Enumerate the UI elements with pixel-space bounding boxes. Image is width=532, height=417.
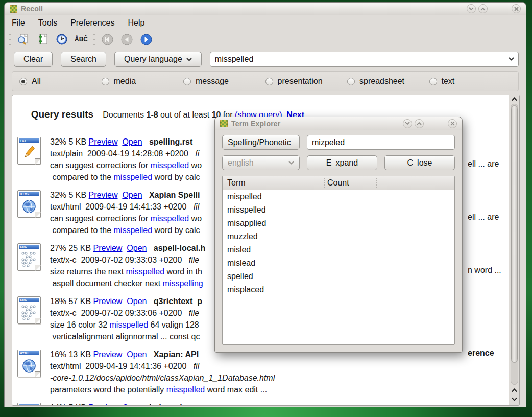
- filter-label: message: [196, 77, 229, 86]
- radio-presentation[interactable]: [265, 78, 273, 85]
- open-link[interactable]: Open: [127, 297, 147, 306]
- term-input[interactable]: [307, 135, 455, 150]
- results-scrollbar[interactable]: [509, 95, 519, 405]
- doc-icon-fold: [35, 372, 41, 377]
- term-list-item[interactable]: misspelled: [223, 203, 454, 217]
- radio-media[interactable]: [102, 78, 109, 85]
- menu-help[interactable]: Help: [128, 18, 144, 28]
- scroll-up-icon-bottom[interactable]: [512, 386, 517, 395]
- toolbar-handle[interactable]: [9, 33, 11, 45]
- results-title: Query results: [31, 109, 94, 120]
- count-column-header[interactable]: Count: [327, 178, 349, 188]
- close-button[interactable]: [512, 4, 521, 13]
- expansion-mode-select[interactable]: Spelling/Phonetic: [222, 135, 300, 150]
- radio-text[interactable]: [429, 78, 437, 85]
- open-link[interactable]: Open: [122, 137, 142, 146]
- preview-link[interactable]: Preview: [93, 350, 123, 359]
- doc-icon-fold: [35, 318, 41, 324]
- arrow-first-icon: [102, 34, 113, 45]
- preview-link[interactable]: Preview: [89, 137, 118, 146]
- doc-icon-fold: [35, 265, 41, 271]
- clear-button[interactable]: Clear: [14, 52, 53, 67]
- open-link[interactable]: Open: [127, 244, 147, 252]
- filter-presentation[interactable]: presentation: [265, 77, 348, 86]
- scroll-up-icon[interactable]: [509, 95, 519, 103]
- result-line: 14% 5 KB Preview Open indexer.h: [50, 402, 519, 406]
- toolbar: ÅBĈ: [5, 30, 526, 49]
- term-list-item[interactable]: misapplied: [223, 217, 454, 230]
- document-refresh-icon: [36, 33, 49, 45]
- filter-media[interactable]: media: [102, 77, 184, 86]
- dialog-close-action-button[interactable]: Close: [384, 155, 455, 170]
- result-text-fragment: ell ... are: [468, 159, 499, 169]
- first-page-button[interactable]: [100, 32, 115, 47]
- dialog-minimize-button[interactable]: [403, 119, 412, 128]
- menu-tools[interactable]: Tools: [38, 18, 57, 28]
- term-list-item[interactable]: muzzled: [223, 230, 454, 243]
- term-list-item[interactable]: misled: [223, 243, 454, 257]
- radio-spreadsheet[interactable]: [347, 78, 355, 85]
- column-separator[interactable]: [376, 178, 377, 188]
- next-page-button[interactable]: [138, 32, 154, 47]
- recoll-app-icon: [10, 5, 17, 13]
- scrollbar-thumb[interactable]: [511, 105, 518, 363]
- toolbar-separator: [93, 33, 95, 45]
- menu-file[interactable]: File: [12, 18, 25, 28]
- filter-message[interactable]: message: [183, 77, 265, 86]
- minimize-button[interactable]: [467, 4, 476, 13]
- doc-icon-txt: TXT: [17, 137, 41, 165]
- filter-label: spreadsheet: [359, 77, 404, 86]
- preview-link[interactable]: Preview: [89, 403, 118, 406]
- doc-icon-type-bar: HTML: [19, 192, 39, 196]
- open-link[interactable]: Open: [127, 350, 147, 359]
- menu-preferences[interactable]: Preferences: [70, 18, 114, 28]
- term-list-header: Term Count: [223, 176, 454, 190]
- result-row: HTML16% 13 KB Preview Open Xapian: APIte…: [12, 346, 519, 400]
- result-text-fragment: ell ... are: [468, 213, 499, 222]
- sort-by-date-button[interactable]: [54, 32, 69, 47]
- preview-link[interactable]: Preview: [89, 191, 118, 199]
- radio-all[interactable]: [19, 78, 27, 85]
- update-index-button[interactable]: [35, 32, 50, 47]
- term-list-item[interactable]: spelled: [223, 270, 454, 283]
- scrollbar-track[interactable]: [511, 104, 518, 385]
- filter-spreadsheet[interactable]: spreadsheet: [347, 77, 429, 86]
- term-cell: spelled: [227, 270, 253, 283]
- term-list-item[interactable]: mislead: [223, 257, 454, 270]
- doc-icon-fold: [35, 212, 41, 218]
- main-titlebar[interactable]: Recoll: [5, 3, 526, 15]
- preview-link[interactable]: Preview: [93, 297, 123, 306]
- term-column-header[interactable]: Term: [223, 178, 246, 188]
- expand-button[interactable]: Expand: [307, 155, 377, 170]
- dialog-titlebar[interactable]: Term Explorer: [215, 117, 462, 130]
- arrow-right-icon: [140, 34, 152, 45]
- maximize-button[interactable]: [478, 4, 488, 13]
- result-line: parameters word the potentially misspell…: [50, 384, 519, 396]
- category-filter-row: Allmediamessagepresentationspreadsheette…: [12, 71, 519, 91]
- search-combo: [210, 52, 519, 67]
- dialog-maximize-button[interactable]: [415, 119, 424, 128]
- doc-icon-html: HTML: [17, 350, 41, 377]
- radio-message[interactable]: [183, 78, 191, 85]
- search-input[interactable]: [210, 52, 519, 67]
- menubar: FileToolsPreferencesHelp: [5, 15, 526, 30]
- term-list-item[interactable]: mispelled: [223, 190, 454, 203]
- term-list-item[interactable]: misplaced: [223, 283, 454, 296]
- previous-page-button[interactable]: [119, 32, 134, 47]
- open-link[interactable]: Open: [122, 403, 142, 406]
- scroll-down-icon[interactable]: [512, 395, 517, 403]
- filter-all[interactable]: All: [19, 77, 102, 86]
- arrow-left-icon: [121, 34, 133, 45]
- doc-icon-label: HTML: [20, 192, 30, 195]
- dialog-close-button[interactable]: [448, 119, 457, 128]
- column-separator[interactable]: [324, 178, 325, 188]
- language-select[interactable]: english: [222, 155, 300, 170]
- preview-link[interactable]: Preview: [93, 244, 123, 252]
- combo-dropdown-icon[interactable]: [509, 57, 514, 61]
- open-link[interactable]: Open: [122, 191, 142, 199]
- term-explorer-button[interactable]: ÅBĈ: [74, 32, 89, 47]
- search-button[interactable]: Search: [61, 52, 106, 67]
- show-query-detail-button[interactable]: [15, 32, 31, 47]
- filter-text[interactable]: text: [429, 77, 512, 86]
- query-language-select[interactable]: Query language: [114, 52, 202, 67]
